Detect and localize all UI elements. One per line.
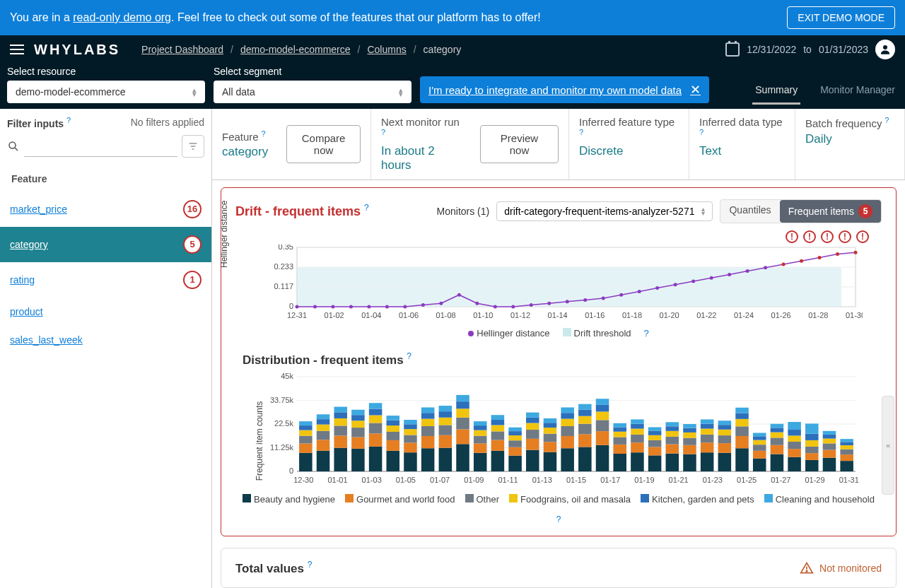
- svg-text:01-13: 01-13: [532, 476, 552, 484]
- exit-demo-button[interactable]: EXIT DEMO MODE: [787, 6, 895, 29]
- filter-button[interactable]: [182, 135, 204, 158]
- svg-text:01-08: 01-08: [436, 311, 456, 319]
- demo-org-link[interactable]: read-only demo org: [73, 11, 171, 23]
- sidebar-item-category[interactable]: category5: [0, 227, 211, 262]
- preview-now-button[interactable]: Preview now: [480, 125, 559, 163]
- svg-point-49: [602, 296, 605, 300]
- svg-text:01-19: 01-19: [634, 476, 654, 484]
- drift-line-chart[interactable]: 00.1170.2330.3512-3101-0201-0401-0601-08…: [255, 245, 863, 322]
- sidebar-item-market_price[interactable]: market_price16: [0, 192, 211, 227]
- svg-rect-98: [351, 410, 365, 415]
- integrate-text: I'm ready to integrate and monitor my ow…: [428, 84, 682, 96]
- hamburger-icon[interactable]: [10, 45, 24, 54]
- svg-rect-249: [805, 460, 819, 471]
- feature-section-label: Feature: [0, 163, 211, 192]
- svg-rect-201: [666, 454, 679, 471]
- svg-rect-149: [508, 441, 522, 448]
- help-icon[interactable]: ?: [364, 203, 369, 213]
- svg-rect-197: [648, 440, 662, 447]
- svg-rect-93: [351, 449, 365, 471]
- help-icon[interactable]: ?: [884, 116, 889, 124]
- integrate-cta[interactable]: I'm ready to integrate and monitor my ow…: [420, 76, 709, 103]
- help-icon[interactable]: ?: [699, 128, 703, 136]
- legend-hellinger: Hellinger distance: [468, 328, 549, 339]
- legend-item: Gourmet and world food: [345, 494, 455, 505]
- user-icon: [879, 43, 892, 56]
- alert-icon[interactable]: !: [856, 230, 869, 243]
- svg-rect-173: [578, 424, 592, 435]
- svg-rect-115: [404, 425, 417, 430]
- svg-rect-155: [526, 430, 539, 439]
- svg-point-39: [421, 303, 425, 307]
- help-icon[interactable]: ?: [66, 116, 71, 124]
- breadcrumb-model[interactable]: demo-model-ecommerce: [240, 44, 351, 55]
- tab-monitor-manager[interactable]: Monitor Manager: [817, 77, 898, 105]
- help-icon[interactable]: ?: [579, 128, 583, 136]
- close-icon[interactable]: ✕: [690, 82, 701, 98]
- svg-rect-175: [578, 410, 592, 416]
- help-icon[interactable]: ?: [407, 351, 411, 361]
- not-monitored-text: Not monitored: [819, 563, 882, 574]
- alert-icon[interactable]: !: [839, 230, 851, 243]
- svg-rect-140: [474, 421, 487, 425]
- svg-text:11.25k: 11.25k: [270, 443, 294, 452]
- svg-rect-248: [788, 422, 801, 430]
- alert-icon[interactable]: !: [803, 230, 816, 243]
- svg-rect-123: [439, 448, 452, 471]
- svg-text:01-23: 01-23: [703, 476, 723, 484]
- svg-rect-246: [788, 436, 801, 442]
- svg-rect-96: [351, 421, 365, 428]
- logo[interactable]: WHYLABS: [34, 42, 120, 58]
- help-icon[interactable]: ?: [308, 560, 313, 570]
- toggle-frequent-items[interactable]: Frequent items 5: [780, 200, 881, 223]
- resource-select[interactable]: demo-model-ecommerce ▴▾: [7, 81, 205, 103]
- alert-icon[interactable]: !: [821, 230, 834, 243]
- feature-label: Feature: [222, 130, 259, 142]
- svg-rect-138: [474, 430, 487, 436]
- sidebar-item-rating[interactable]: rating1: [0, 262, 211, 298]
- feature-name: category: [10, 239, 48, 250]
- svg-rect-195: [648, 456, 662, 472]
- svg-text:01-20: 01-20: [660, 311, 679, 319]
- distribution-bar-chart[interactable]: 011.25k22.5k33.75k45k12-3001-0101-0301-0…: [255, 367, 863, 487]
- svg-rect-141: [491, 451, 505, 471]
- breadcrumb-columns[interactable]: Columns: [367, 44, 406, 55]
- date-from[interactable]: 12/31/2022: [747, 44, 796, 55]
- svg-rect-174: [578, 416, 592, 424]
- svg-rect-158: [526, 413, 539, 418]
- calendar-icon[interactable]: [725, 42, 740, 57]
- search-input[interactable]: [24, 136, 177, 157]
- svg-text:45k: 45k: [281, 372, 293, 380]
- help-icon[interactable]: ?: [556, 514, 561, 524]
- demo-prefix: You are in a: [10, 11, 73, 23]
- svg-text:01-30: 01-30: [846, 311, 863, 319]
- sidebar-item-product[interactable]: product: [0, 298, 211, 326]
- help-icon[interactable]: ?: [381, 128, 385, 136]
- avatar[interactable]: [875, 40, 895, 59]
- svg-line-2: [15, 148, 18, 151]
- segment-select[interactable]: All data ▴▾: [214, 81, 411, 103]
- legend-item: Cleaning and household: [764, 494, 875, 505]
- sidebar-item-sales_last_week[interactable]: sales_last_week: [0, 326, 211, 354]
- compare-now-button[interactable]: Compare now: [286, 125, 361, 163]
- svg-rect-240: [771, 433, 784, 438]
- monitor-select[interactable]: drift-category-frequent-items-analyzer-5…: [496, 201, 713, 221]
- svg-rect-124: [439, 435, 452, 448]
- svg-rect-234: [753, 440, 766, 445]
- help-icon[interactable]: ?: [644, 328, 649, 339]
- svg-rect-164: [544, 418, 557, 423]
- side-panel-handle[interactable]: «: [882, 396, 894, 495]
- breadcrumb-project[interactable]: Project Dashboard: [141, 44, 223, 55]
- tab-summary[interactable]: Summary: [752, 77, 800, 105]
- help-icon[interactable]: ?: [262, 129, 266, 138]
- svg-rect-126: [439, 418, 452, 425]
- drift-title: Drift - frequent items ?: [235, 203, 369, 219]
- svg-rect-213: [701, 453, 714, 472]
- alert-icon[interactable]: !: [786, 230, 798, 243]
- svg-rect-194: [631, 420, 644, 424]
- svg-text:01-15: 01-15: [566, 476, 586, 484]
- monitors-count: Monitors (1): [437, 206, 490, 217]
- date-to[interactable]: 01/31/2023: [819, 44, 868, 55]
- toggle-quantiles[interactable]: Quantiles: [720, 200, 779, 223]
- svg-rect-253: [805, 434, 819, 440]
